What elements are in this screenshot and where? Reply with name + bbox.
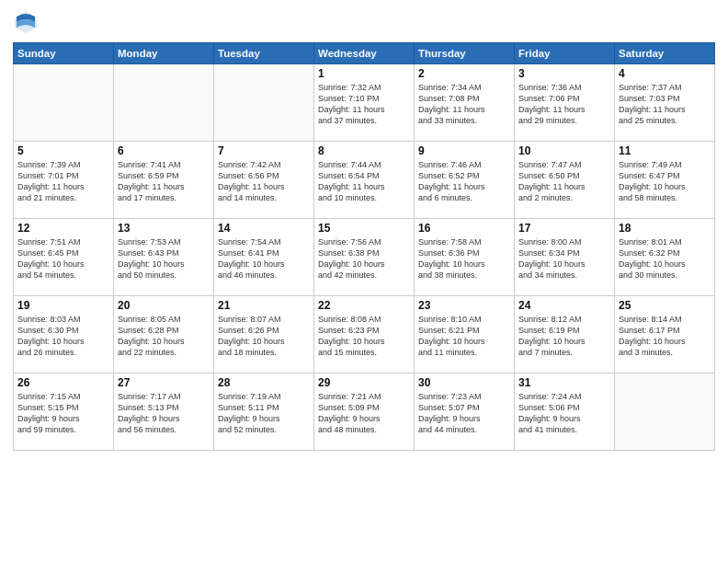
calendar-cell: 9Sunrise: 7:46 AM Sunset: 6:52 PM Daylig… — [415, 142, 515, 219]
weekday-header-friday: Friday — [515, 43, 615, 64]
week-row-2: 5Sunrise: 7:39 AM Sunset: 7:01 PM Daylig… — [14, 142, 715, 219]
day-number: 17 — [518, 222, 610, 235]
day-number: 3 — [518, 67, 610, 80]
cell-info: Sunrise: 7:24 AM Sunset: 5:06 PM Dayligh… — [518, 391, 610, 436]
day-number: 5 — [17, 144, 109, 157]
day-number: 30 — [418, 376, 510, 389]
calendar-cell: 22Sunrise: 8:08 AM Sunset: 6:23 PM Dayli… — [314, 296, 415, 373]
weekday-header-tuesday: Tuesday — [214, 43, 314, 64]
calendar-cell — [214, 64, 314, 142]
calendar-cell: 5Sunrise: 7:39 AM Sunset: 7:01 PM Daylig… — [14, 142, 114, 219]
logo — [13, 9, 42, 35]
day-number: 18 — [619, 222, 711, 235]
header — [13, 9, 715, 35]
day-number: 28 — [218, 376, 310, 389]
cell-info: Sunrise: 7:23 AM Sunset: 5:07 PM Dayligh… — [418, 391, 510, 436]
day-number: 31 — [518, 376, 610, 389]
calendar-cell: 30Sunrise: 7:23 AM Sunset: 5:07 PM Dayli… — [415, 373, 515, 451]
cell-info: Sunrise: 8:10 AM Sunset: 6:21 PM Dayligh… — [418, 314, 510, 359]
cell-info: Sunrise: 7:47 AM Sunset: 6:50 PM Dayligh… — [518, 159, 610, 204]
calendar-cell: 17Sunrise: 8:00 AM Sunset: 6:34 PM Dayli… — [515, 219, 615, 296]
calendar-cell: 1Sunrise: 7:32 AM Sunset: 7:10 PM Daylig… — [314, 64, 415, 142]
cell-info: Sunrise: 8:08 AM Sunset: 6:23 PM Dayligh… — [318, 314, 410, 359]
calendar-cell: 27Sunrise: 7:17 AM Sunset: 5:13 PM Dayli… — [114, 373, 214, 451]
cell-info: Sunrise: 8:14 AM Sunset: 6:17 PM Dayligh… — [619, 314, 711, 359]
day-number: 27 — [118, 376, 210, 389]
calendar-cell: 7Sunrise: 7:42 AM Sunset: 6:56 PM Daylig… — [214, 142, 314, 219]
day-number: 8 — [318, 144, 410, 157]
cell-info: Sunrise: 7:36 AM Sunset: 7:06 PM Dayligh… — [518, 82, 610, 127]
day-number: 1 — [318, 67, 410, 80]
weekday-header-thursday: Thursday — [415, 43, 515, 64]
day-number: 11 — [619, 144, 711, 157]
cell-info: Sunrise: 7:44 AM Sunset: 6:54 PM Dayligh… — [318, 159, 410, 204]
calendar-cell — [615, 373, 715, 451]
day-number: 26 — [17, 376, 109, 389]
day-number: 10 — [518, 144, 610, 157]
cell-info: Sunrise: 8:05 AM Sunset: 6:28 PM Dayligh… — [118, 314, 210, 359]
cell-info: Sunrise: 8:07 AM Sunset: 6:26 PM Dayligh… — [218, 314, 310, 359]
cell-info: Sunrise: 8:03 AM Sunset: 6:30 PM Dayligh… — [17, 314, 109, 359]
cell-info: Sunrise: 7:37 AM Sunset: 7:03 PM Dayligh… — [619, 82, 711, 127]
weekday-header-saturday: Saturday — [615, 43, 715, 64]
cell-info: Sunrise: 7:17 AM Sunset: 5:13 PM Dayligh… — [118, 391, 210, 436]
cell-info: Sunrise: 7:42 AM Sunset: 6:56 PM Dayligh… — [218, 159, 310, 204]
calendar: SundayMondayTuesdayWednesdayThursdayFrid… — [13, 42, 715, 451]
cell-info: Sunrise: 7:51 AM Sunset: 6:45 PM Dayligh… — [17, 236, 109, 282]
day-number: 21 — [218, 299, 310, 312]
calendar-cell: 31Sunrise: 7:24 AM Sunset: 5:06 PM Dayli… — [515, 373, 615, 451]
calendar-cell: 6Sunrise: 7:41 AM Sunset: 6:59 PM Daylig… — [114, 142, 214, 219]
day-number: 29 — [318, 376, 410, 389]
calendar-cell: 28Sunrise: 7:19 AM Sunset: 5:11 PM Dayli… — [214, 373, 314, 451]
calendar-cell — [114, 64, 214, 142]
day-number: 14 — [218, 222, 310, 235]
calendar-cell: 25Sunrise: 8:14 AM Sunset: 6:17 PM Dayli… — [615, 296, 715, 373]
cell-info: Sunrise: 7:39 AM Sunset: 7:01 PM Dayligh… — [17, 159, 109, 204]
calendar-cell: 29Sunrise: 7:21 AM Sunset: 5:09 PM Dayli… — [314, 373, 415, 451]
day-number: 24 — [518, 299, 610, 312]
calendar-cell: 4Sunrise: 7:37 AM Sunset: 7:03 PM Daylig… — [615, 64, 715, 142]
cell-info: Sunrise: 8:12 AM Sunset: 6:19 PM Dayligh… — [518, 314, 610, 359]
day-number: 6 — [118, 144, 210, 157]
week-row-5: 26Sunrise: 7:15 AM Sunset: 5:15 PM Dayli… — [14, 373, 715, 451]
cell-info: Sunrise: 7:34 AM Sunset: 7:08 PM Dayligh… — [418, 82, 510, 127]
day-number: 12 — [17, 222, 109, 235]
day-number: 2 — [418, 67, 510, 80]
calendar-cell: 8Sunrise: 7:44 AM Sunset: 6:54 PM Daylig… — [314, 142, 415, 219]
day-number: 4 — [619, 67, 711, 80]
weekday-header-monday: Monday — [114, 43, 214, 64]
day-number: 15 — [318, 222, 410, 235]
day-number: 20 — [118, 299, 210, 312]
calendar-cell: 3Sunrise: 7:36 AM Sunset: 7:06 PM Daylig… — [515, 64, 615, 142]
cell-info: Sunrise: 7:19 AM Sunset: 5:11 PM Dayligh… — [218, 391, 310, 436]
week-row-3: 12Sunrise: 7:51 AM Sunset: 6:45 PM Dayli… — [14, 219, 715, 296]
day-number: 7 — [218, 144, 310, 157]
calendar-cell: 24Sunrise: 8:12 AM Sunset: 6:19 PM Dayli… — [515, 296, 615, 373]
day-number: 9 — [418, 144, 510, 157]
day-number: 23 — [418, 299, 510, 312]
calendar-cell: 19Sunrise: 8:03 AM Sunset: 6:30 PM Dayli… — [14, 296, 114, 373]
cell-info: Sunrise: 7:15 AM Sunset: 5:15 PM Dayligh… — [17, 391, 109, 436]
cell-info: Sunrise: 8:01 AM Sunset: 6:32 PM Dayligh… — [619, 236, 711, 282]
cell-info: Sunrise: 7:54 AM Sunset: 6:41 PM Dayligh… — [218, 236, 310, 282]
calendar-cell: 14Sunrise: 7:54 AM Sunset: 6:41 PM Dayli… — [214, 219, 314, 296]
calendar-cell: 13Sunrise: 7:53 AM Sunset: 6:43 PM Dayli… — [114, 219, 214, 296]
week-row-4: 19Sunrise: 8:03 AM Sunset: 6:30 PM Dayli… — [14, 296, 715, 373]
calendar-cell: 20Sunrise: 8:05 AM Sunset: 6:28 PM Dayli… — [114, 296, 214, 373]
day-number: 22 — [318, 299, 410, 312]
weekday-header-row: SundayMondayTuesdayWednesdayThursdayFrid… — [14, 43, 715, 64]
cell-info: Sunrise: 7:41 AM Sunset: 6:59 PM Dayligh… — [118, 159, 210, 204]
cell-info: Sunrise: 8:00 AM Sunset: 6:34 PM Dayligh… — [518, 236, 610, 282]
cell-info: Sunrise: 7:21 AM Sunset: 5:09 PM Dayligh… — [318, 391, 410, 436]
cell-info: Sunrise: 7:32 AM Sunset: 7:10 PM Dayligh… — [318, 82, 410, 127]
weekday-header-sunday: Sunday — [14, 43, 114, 64]
weekday-header-wednesday: Wednesday — [314, 43, 415, 64]
calendar-cell: 12Sunrise: 7:51 AM Sunset: 6:45 PM Dayli… — [14, 219, 114, 296]
cell-info: Sunrise: 7:46 AM Sunset: 6:52 PM Dayligh… — [418, 159, 510, 204]
cell-info: Sunrise: 7:56 AM Sunset: 6:38 PM Dayligh… — [318, 236, 410, 282]
calendar-cell: 15Sunrise: 7:56 AM Sunset: 6:38 PM Dayli… — [314, 219, 415, 296]
calendar-cell: 11Sunrise: 7:49 AM Sunset: 6:47 PM Dayli… — [615, 142, 715, 219]
day-number: 25 — [619, 299, 711, 312]
calendar-cell: 18Sunrise: 8:01 AM Sunset: 6:32 PM Dayli… — [615, 219, 715, 296]
page: SundayMondayTuesdayWednesdayThursdayFrid… — [0, 0, 728, 563]
